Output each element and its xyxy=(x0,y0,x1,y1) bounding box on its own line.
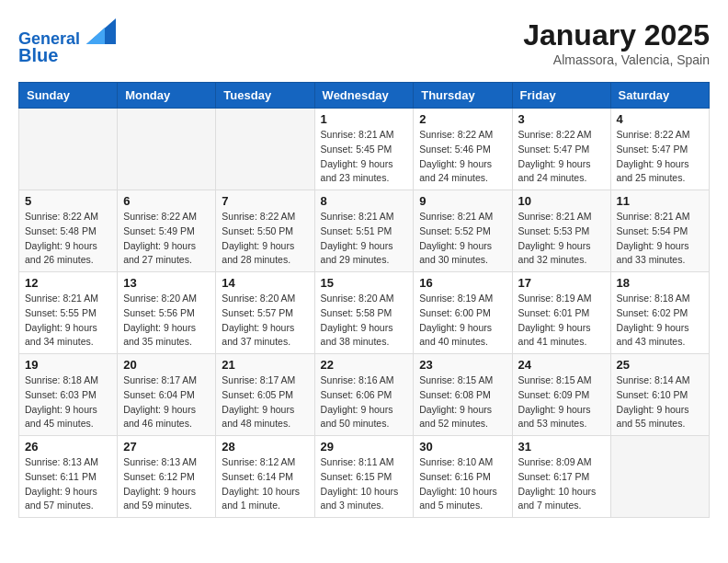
calendar-cell: 7Sunrise: 8:22 AM Sunset: 5:50 PM Daylig… xyxy=(216,190,314,272)
day-info: Sunrise: 8:20 AM Sunset: 5:56 PM Dayligh… xyxy=(123,292,210,350)
logo: General Blue xyxy=(18,18,116,66)
day-info: Sunrise: 8:22 AM Sunset: 5:49 PM Dayligh… xyxy=(123,210,210,268)
day-info: Sunrise: 8:13 AM Sunset: 6:12 PM Dayligh… xyxy=(123,455,210,513)
day-number: 22 xyxy=(321,358,408,372)
calendar-cell: 2Sunrise: 8:22 AM Sunset: 5:46 PM Daylig… xyxy=(414,109,512,190)
day-info: Sunrise: 8:21 AM Sunset: 5:53 PM Dayligh… xyxy=(518,210,605,268)
day-info: Sunrise: 8:10 AM Sunset: 6:16 PM Dayligh… xyxy=(419,455,506,513)
day-info: Sunrise: 8:14 AM Sunset: 6:10 PM Dayligh… xyxy=(617,373,703,431)
day-info: Sunrise: 8:16 AM Sunset: 6:06 PM Dayligh… xyxy=(321,373,408,431)
day-number: 19 xyxy=(25,358,111,372)
day-number: 14 xyxy=(222,276,308,290)
day-number: 11 xyxy=(617,194,703,208)
calendar-cell: 5Sunrise: 8:22 AM Sunset: 5:48 PM Daylig… xyxy=(19,190,118,272)
day-info: Sunrise: 8:11 AM Sunset: 6:15 PM Dayligh… xyxy=(321,455,408,513)
day-number: 31 xyxy=(518,440,605,454)
calendar-cell: 22Sunrise: 8:16 AM Sunset: 6:06 PM Dayli… xyxy=(314,354,414,436)
logo-icon xyxy=(86,18,116,44)
weekday-header: Monday xyxy=(118,83,216,109)
calendar-cell: 24Sunrise: 8:15 AM Sunset: 6:09 PM Dayli… xyxy=(512,354,610,436)
day-info: Sunrise: 8:22 AM Sunset: 5:48 PM Dayligh… xyxy=(25,210,111,268)
day-number: 13 xyxy=(123,276,210,290)
calendar-cell: 29Sunrise: 8:11 AM Sunset: 6:15 PM Dayli… xyxy=(314,436,414,518)
day-info: Sunrise: 8:21 AM Sunset: 5:54 PM Dayligh… xyxy=(617,210,703,268)
calendar-cell: 17Sunrise: 8:19 AM Sunset: 6:01 PM Dayli… xyxy=(512,272,610,354)
day-info: Sunrise: 8:19 AM Sunset: 6:00 PM Dayligh… xyxy=(419,292,506,350)
day-info: Sunrise: 8:21 AM Sunset: 5:51 PM Dayligh… xyxy=(321,210,408,268)
day-number: 28 xyxy=(222,440,308,454)
calendar-cell: 20Sunrise: 8:17 AM Sunset: 6:04 PM Dayli… xyxy=(118,354,216,436)
day-number: 9 xyxy=(419,194,506,208)
location-text: Almassora, Valencia, Spain xyxy=(523,52,710,67)
day-info: Sunrise: 8:22 AM Sunset: 5:46 PM Dayligh… xyxy=(419,128,506,186)
day-info: Sunrise: 8:15 AM Sunset: 6:09 PM Dayligh… xyxy=(518,373,605,431)
day-info: Sunrise: 8:18 AM Sunset: 6:03 PM Dayligh… xyxy=(25,373,111,431)
day-number: 7 xyxy=(222,194,308,208)
calendar-cell: 12Sunrise: 8:21 AM Sunset: 5:55 PM Dayli… xyxy=(19,272,118,354)
weekday-header: Saturday xyxy=(610,83,709,109)
day-info: Sunrise: 8:17 AM Sunset: 6:05 PM Dayligh… xyxy=(222,373,308,431)
calendar-cell: 19Sunrise: 8:18 AM Sunset: 6:03 PM Dayli… xyxy=(19,354,118,436)
day-number: 30 xyxy=(419,440,506,454)
weekday-header-row: SundayMondayTuesdayWednesdayThursdayFrid… xyxy=(19,83,710,109)
day-info: Sunrise: 8:20 AM Sunset: 5:58 PM Dayligh… xyxy=(321,292,408,350)
day-info: Sunrise: 8:21 AM Sunset: 5:52 PM Dayligh… xyxy=(419,210,506,268)
day-number: 3 xyxy=(518,112,605,126)
weekday-header: Tuesday xyxy=(216,83,314,109)
weekday-header: Thursday xyxy=(414,83,512,109)
day-number: 5 xyxy=(25,194,111,208)
calendar-week-row: 26Sunrise: 8:13 AM Sunset: 6:11 PM Dayli… xyxy=(19,436,710,518)
day-info: Sunrise: 8:17 AM Sunset: 6:04 PM Dayligh… xyxy=(123,373,210,431)
day-number: 15 xyxy=(321,276,408,290)
calendar-cell xyxy=(118,109,216,190)
day-number: 21 xyxy=(222,358,308,372)
day-number: 17 xyxy=(518,276,605,290)
day-info: Sunrise: 8:18 AM Sunset: 6:02 PM Dayligh… xyxy=(617,292,703,350)
day-number: 23 xyxy=(419,358,506,372)
day-number: 25 xyxy=(617,358,703,372)
calendar-cell xyxy=(610,436,709,518)
calendar-cell: 11Sunrise: 8:21 AM Sunset: 5:54 PM Dayli… xyxy=(610,190,709,272)
calendar-week-row: 12Sunrise: 8:21 AM Sunset: 5:55 PM Dayli… xyxy=(19,272,710,354)
weekday-header: Friday xyxy=(512,83,610,109)
calendar-week-row: 19Sunrise: 8:18 AM Sunset: 6:03 PM Dayli… xyxy=(19,354,710,436)
day-info: Sunrise: 8:12 AM Sunset: 6:14 PM Dayligh… xyxy=(222,455,308,513)
calendar-cell: 26Sunrise: 8:13 AM Sunset: 6:11 PM Dayli… xyxy=(19,436,118,518)
day-number: 29 xyxy=(321,440,408,454)
calendar-cell: 27Sunrise: 8:13 AM Sunset: 6:12 PM Dayli… xyxy=(118,436,216,518)
calendar-week-row: 1Sunrise: 8:21 AM Sunset: 5:45 PM Daylig… xyxy=(19,109,710,190)
day-number: 6 xyxy=(123,194,210,208)
day-info: Sunrise: 8:09 AM Sunset: 6:17 PM Dayligh… xyxy=(518,455,605,513)
day-number: 1 xyxy=(321,112,408,126)
calendar-cell: 23Sunrise: 8:15 AM Sunset: 6:08 PM Dayli… xyxy=(414,354,512,436)
day-number: 8 xyxy=(321,194,408,208)
day-info: Sunrise: 8:21 AM Sunset: 5:55 PM Dayligh… xyxy=(25,292,111,350)
calendar-cell: 1Sunrise: 8:21 AM Sunset: 5:45 PM Daylig… xyxy=(314,109,414,190)
calendar-cell: 16Sunrise: 8:19 AM Sunset: 6:00 PM Dayli… xyxy=(414,272,512,354)
day-info: Sunrise: 8:15 AM Sunset: 6:08 PM Dayligh… xyxy=(419,373,506,431)
month-title: January 2025 xyxy=(523,18,710,52)
calendar-week-row: 5Sunrise: 8:22 AM Sunset: 5:48 PM Daylig… xyxy=(19,190,710,272)
day-number: 20 xyxy=(123,358,210,372)
calendar-cell: 30Sunrise: 8:10 AM Sunset: 6:16 PM Dayli… xyxy=(414,436,512,518)
page-header: General Blue January 2025 Almassora, Val… xyxy=(18,18,710,67)
day-info: Sunrise: 8:21 AM Sunset: 5:45 PM Dayligh… xyxy=(321,128,408,186)
calendar-cell: 4Sunrise: 8:22 AM Sunset: 5:47 PM Daylig… xyxy=(610,109,709,190)
calendar-cell xyxy=(19,109,118,190)
calendar-cell: 13Sunrise: 8:20 AM Sunset: 5:56 PM Dayli… xyxy=(118,272,216,354)
calendar-cell: 6Sunrise: 8:22 AM Sunset: 5:49 PM Daylig… xyxy=(118,190,216,272)
title-block: January 2025 Almassora, Valencia, Spain xyxy=(523,18,710,67)
calendar-cell: 21Sunrise: 8:17 AM Sunset: 6:05 PM Dayli… xyxy=(216,354,314,436)
calendar-cell: 31Sunrise: 8:09 AM Sunset: 6:17 PM Dayli… xyxy=(512,436,610,518)
day-info: Sunrise: 8:22 AM Sunset: 5:47 PM Dayligh… xyxy=(518,128,605,186)
calendar-table: SundayMondayTuesdayWednesdayThursdayFrid… xyxy=(18,82,710,518)
calendar-cell: 18Sunrise: 8:18 AM Sunset: 6:02 PM Dayli… xyxy=(610,272,709,354)
day-number: 26 xyxy=(25,440,111,454)
calendar-cell: 9Sunrise: 8:21 AM Sunset: 5:52 PM Daylig… xyxy=(414,190,512,272)
day-number: 2 xyxy=(419,112,506,126)
calendar-cell: 25Sunrise: 8:14 AM Sunset: 6:10 PM Dayli… xyxy=(610,354,709,436)
day-info: Sunrise: 8:22 AM Sunset: 5:47 PM Dayligh… xyxy=(617,128,703,186)
day-number: 16 xyxy=(419,276,506,290)
day-info: Sunrise: 8:13 AM Sunset: 6:11 PM Dayligh… xyxy=(25,455,111,513)
calendar-cell: 28Sunrise: 8:12 AM Sunset: 6:14 PM Dayli… xyxy=(216,436,314,518)
